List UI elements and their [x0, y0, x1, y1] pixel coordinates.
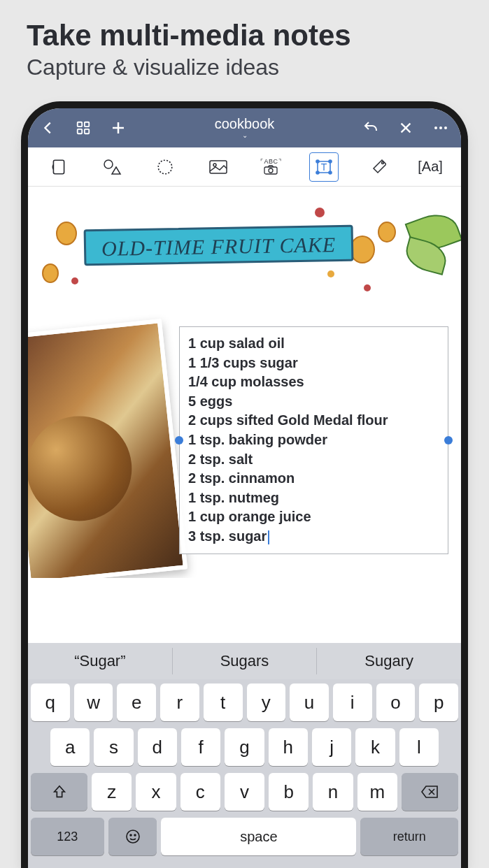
promo-subtitle: Capture & visualize ideas	[27, 55, 462, 80]
svg-rect-15	[210, 161, 227, 173]
svg-point-22	[329, 171, 332, 174]
document-title[interactable]: cookbook ⌄	[129, 117, 360, 139]
ingredient-line: 2 tsp. cinnamon	[188, 469, 439, 489]
key-v[interactable]: v	[225, 773, 264, 811]
add-icon[interactable]	[108, 117, 129, 138]
image-tool-icon[interactable]	[204, 152, 233, 182]
svg-rect-0	[78, 122, 82, 126]
recipe-title-banner[interactable]: OLD-TIME FRUIT CAKE	[84, 225, 354, 266]
svg-rect-1	[85, 122, 89, 126]
ingredient-line: 5 eggs	[188, 392, 439, 412]
svg-text:T: T	[321, 161, 327, 173]
grid-icon[interactable]	[73, 117, 94, 138]
key-f[interactable]: f	[181, 728, 220, 766]
return-key[interactable]: return	[360, 818, 458, 855]
undo-icon[interactable]	[360, 117, 381, 138]
suggestion-1[interactable]: “Sugar”	[28, 648, 173, 674]
key-u[interactable]: u	[290, 683, 329, 721]
key-b[interactable]: b	[269, 773, 309, 811]
key-h[interactable]: h	[269, 728, 308, 766]
key-d[interactable]: d	[138, 728, 177, 766]
svg-point-20	[329, 160, 332, 163]
key-x[interactable]: x	[136, 773, 176, 811]
svg-point-28	[382, 161, 384, 164]
suggestion-3[interactable]: Sugary	[317, 648, 461, 674]
camera-tool-icon[interactable]: ⌜ABC⌝	[256, 152, 285, 182]
key-n[interactable]: n	[313, 773, 353, 811]
svg-point-14	[158, 160, 172, 174]
selection-handle-left[interactable]	[175, 436, 183, 444]
doodle-dot	[71, 277, 78, 284]
selection-handle-right[interactable]	[444, 436, 453, 444]
back-icon[interactable]	[38, 117, 59, 138]
recipe-photo[interactable]	[28, 319, 187, 578]
camera-label: ABC	[264, 159, 278, 165]
key-i[interactable]: i	[333, 683, 372, 721]
svg-point-19	[316, 160, 319, 163]
svg-point-21	[316, 171, 319, 174]
doodle-dot	[378, 222, 396, 243]
app-navbar: cookbook ⌄	[28, 108, 461, 147]
shapes-tool-icon[interactable]	[97, 152, 127, 182]
ingredient-line: 2 cups sifted Gold Medal flour	[188, 411, 439, 431]
numbers-key[interactable]: 123	[31, 818, 104, 855]
svg-rect-11	[53, 160, 64, 174]
key-a[interactable]: a	[50, 728, 90, 766]
key-g[interactable]: g	[225, 728, 264, 766]
key-y[interactable]: y	[247, 683, 286, 721]
doodle-dot	[327, 270, 334, 277]
key-j[interactable]: j	[312, 728, 351, 766]
svg-rect-3	[85, 129, 89, 133]
key-s[interactable]: s	[94, 728, 133, 766]
ios-keyboard: “Sugar” Sugars Sugary qwertyuiop asdfghj…	[28, 643, 461, 868]
svg-marker-13	[112, 167, 120, 174]
suggestion-2[interactable]: Sugars	[173, 648, 318, 674]
svg-point-12	[104, 160, 113, 168]
note-canvas[interactable]: OLD-TIME FRUIT CAKE 1 cup salad oil1 1/3…	[28, 187, 461, 578]
key-q[interactable]: q	[31, 683, 70, 721]
key-t[interactable]: t	[204, 683, 243, 721]
emoji-key[interactable]	[108, 818, 157, 855]
document-title-label: cookbook	[215, 117, 275, 131]
svg-point-8	[434, 126, 437, 129]
backspace-key[interactable]	[402, 773, 458, 811]
doodle-dot	[56, 222, 77, 245]
promo-title: Take multi-media notes	[27, 20, 462, 52]
tag-tool-icon[interactable]	[362, 152, 392, 182]
svg-point-10	[444, 126, 447, 129]
key-r[interactable]: r	[160, 683, 199, 721]
key-c[interactable]: c	[180, 773, 220, 811]
more-icon[interactable]	[430, 117, 451, 138]
typography-tool-icon[interactable]: [Aa]	[416, 152, 445, 182]
svg-point-16	[213, 164, 216, 166]
ingredient-line: 1 cup salad oil	[188, 334, 439, 354]
ingredient-line: 1 tsp. nutmeg	[188, 489, 439, 508]
lasso-tool-icon[interactable]	[150, 152, 180, 182]
key-l[interactable]: l	[399, 728, 439, 766]
ingredient-line: 3 tsp. sugar	[188, 527, 439, 547]
key-m[interactable]: m	[357, 773, 397, 811]
doodle-dot	[350, 236, 375, 263]
doodle-dot	[315, 208, 325, 217]
ingredient-line: 1 tsp. baking powder	[188, 431, 439, 450]
svg-point-18	[269, 168, 273, 173]
text-tool-icon[interactable]: T	[309, 152, 339, 182]
ingredient-line: 1/4 cup molasses	[188, 372, 439, 392]
key-p[interactable]: p	[419, 683, 458, 721]
key-o[interactable]: o	[376, 683, 416, 721]
ingredients-textbox[interactable]: 1 cup salad oil1 1/3 cups sugar1/4 cup m…	[179, 326, 448, 554]
doodle-dot	[364, 284, 371, 291]
key-e[interactable]: e	[117, 683, 156, 721]
svg-point-31	[127, 830, 139, 843]
key-w[interactable]: w	[74, 683, 113, 721]
shift-key[interactable]	[31, 773, 87, 811]
doodle-dot	[42, 263, 59, 283]
key-z[interactable]: z	[92, 773, 132, 811]
suggestion-bar: “Sugar” Sugars Sugary	[28, 643, 461, 679]
page-tool-icon[interactable]	[44, 152, 73, 182]
svg-point-32	[130, 834, 132, 836]
key-k[interactable]: k	[355, 728, 395, 766]
svg-rect-2	[78, 129, 82, 133]
close-icon[interactable]	[395, 117, 416, 138]
space-key[interactable]: space	[161, 818, 356, 855]
